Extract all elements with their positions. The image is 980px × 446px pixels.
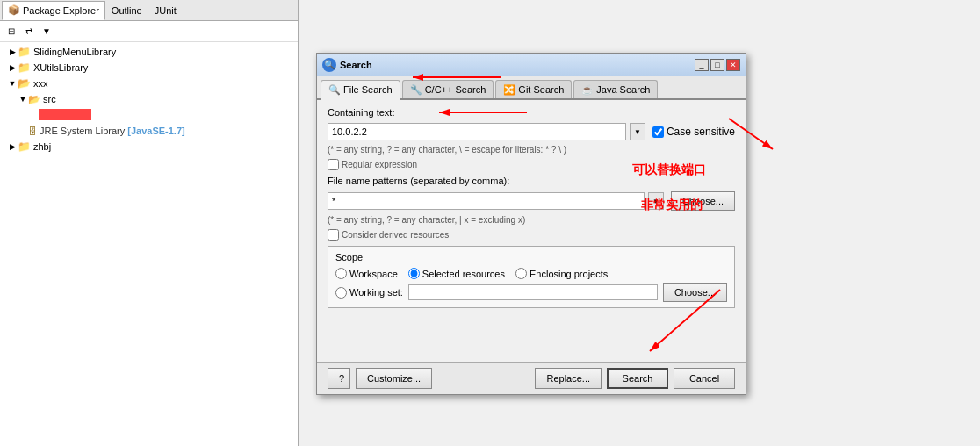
toggle-src[interactable]: ▼ bbox=[18, 95, 28, 104]
dialog-tabs: 🔍 File Search 🔧 C/C++ Search 🔀 Git Searc… bbox=[317, 76, 746, 100]
toggle-sliding[interactable]: ▶ bbox=[7, 47, 18, 56]
containing-text-label: Containing text: bbox=[328, 107, 735, 118]
regular-expression-label: Regular expression bbox=[342, 160, 417, 169]
toggle-xxx[interactable]: ▼ bbox=[7, 79, 18, 88]
tree-item-sliding[interactable]: ▶ 📁 SlidingMenuLibrary bbox=[0, 44, 298, 60]
tree-item-xxx[interactable]: ▼ 📂 xxx bbox=[0, 76, 298, 91]
tab-file-search[interactable]: 🔍 File Search bbox=[321, 80, 400, 100]
tab-git-search[interactable]: 🔀 Git Search bbox=[495, 80, 572, 98]
scope-enclosing-radio[interactable] bbox=[515, 268, 527, 279]
hint1: (* = any string, ? = any character, \ = … bbox=[328, 145, 735, 155]
java-search-icon: ☕ bbox=[581, 83, 594, 96]
working-set-input[interactable] bbox=[408, 284, 658, 300]
cpp-search-icon: 🔧 bbox=[410, 83, 422, 96]
footer-right: Replace... Search Cancel bbox=[535, 368, 735, 389]
regular-expression-checkbox[interactable] bbox=[328, 159, 339, 170]
link-with-editor-button[interactable]: ⇄ bbox=[21, 24, 37, 40]
tab-outline-label: Outline bbox=[112, 5, 142, 16]
tab-package-explorer-label: Package Explorer bbox=[23, 5, 99, 16]
hint2: (* = any string, ? = any character, | x … bbox=[328, 215, 735, 225]
right-space: 🔍 Search _ □ ✕ 🔍 File Search 🔧 C/C++ Sea… bbox=[299, 0, 980, 446]
scope-workspace[interactable]: Workspace bbox=[335, 268, 398, 279]
label-src: src bbox=[43, 94, 56, 104]
jar-icon: 🗄 bbox=[28, 126, 37, 136]
dialog-title: Search bbox=[340, 60, 372, 70]
tab-java-search-label: Java Search bbox=[596, 84, 650, 95]
tab-cpp-search[interactable]: 🔧 C/C++ Search bbox=[402, 80, 494, 98]
tree-item-jre[interactable]: 🗄 JRE System Library [JavaSE-1.7] bbox=[0, 123, 298, 139]
file-patterns-input[interactable] bbox=[328, 192, 645, 210]
collapse-all-button[interactable]: ⊟ bbox=[4, 24, 19, 40]
containing-text-dropdown[interactable]: ▼ bbox=[630, 123, 645, 140]
case-sensitive-label: Case sensitive bbox=[667, 126, 735, 138]
scope-enclosing[interactable]: Enclosing projects bbox=[515, 268, 608, 279]
folder-icon-xutils: 📁 bbox=[18, 61, 31, 74]
maximize-button[interactable]: □ bbox=[710, 59, 724, 71]
help-button[interactable]: ? bbox=[328, 368, 350, 389]
customize-button[interactable]: Customize... bbox=[356, 368, 432, 389]
package-explorer-icon: 📦 bbox=[8, 4, 20, 17]
tab-junit[interactable]: JUnit bbox=[148, 1, 183, 20]
containing-text-row: ▼ Case sensitive bbox=[328, 123, 735, 140]
scope-row: Workspace Selected resources Enclosing p… bbox=[335, 268, 727, 279]
left-panel: 📦 Package Explorer Outline JUnit ⊟ ⇄ ▼ ▶… bbox=[0, 0, 299, 446]
scope-title: Scope bbox=[335, 252, 727, 263]
panel-tabs: 📦 Package Explorer Outline JUnit bbox=[0, 0, 298, 21]
tree-item-xutils[interactable]: ▶ 📁 XUtilsLibrary bbox=[0, 60, 298, 76]
annotation-replace-port: 可以替换端口 bbox=[632, 162, 706, 178]
working-set-row: Working set: Choose... bbox=[335, 283, 727, 302]
label-sliding: SlidingMenuLibrary bbox=[33, 47, 116, 57]
label-xxx: xxx bbox=[33, 78, 48, 89]
tree-item-src[interactable]: ▼ 📂 src bbox=[0, 91, 298, 107]
folder-icon-zhbj: 📁 bbox=[18, 140, 31, 153]
search-button[interactable]: Search bbox=[607, 368, 668, 389]
git-search-icon: 🔀 bbox=[503, 83, 515, 96]
consider-derived-label: Consider derived resources bbox=[342, 230, 449, 240]
panel-toolbar: ⊟ ⇄ ▼ bbox=[0, 21, 298, 42]
case-sensitive-checkbox[interactable] bbox=[652, 126, 664, 138]
label-zhbj: zhbj bbox=[33, 141, 51, 152]
scope-selected-label: Selected resources bbox=[422, 269, 505, 279]
dialog-content: Containing text: ▼ Case sensitive (* = a… bbox=[317, 100, 746, 362]
scope-workspace-label: Workspace bbox=[349, 269, 398, 279]
replace-button[interactable]: Replace... bbox=[535, 368, 602, 389]
dialog-body: 🔍 File Search 🔧 C/C++ Search 🔀 Git Searc… bbox=[317, 76, 746, 394]
scope-selected-radio[interactable] bbox=[408, 268, 420, 279]
annotation-very-useful: 非常实用的 bbox=[641, 198, 703, 213]
dialog-footer: ? Customize... Replace... Search Cancel bbox=[317, 362, 746, 394]
scope-workspace-radio[interactable] bbox=[335, 268, 347, 279]
src-icon: 📂 bbox=[28, 94, 40, 105]
file-search-icon: 🔍 bbox=[328, 83, 341, 96]
close-button[interactable]: ✕ bbox=[726, 59, 740, 71]
cancel-button[interactable]: Cancel bbox=[674, 368, 735, 389]
scope-working-set[interactable]: Working set: bbox=[335, 287, 403, 299]
minimize-button[interactable]: _ bbox=[695, 59, 709, 71]
search-dialog-icon: 🔍 bbox=[322, 58, 336, 72]
containing-text-input[interactable] bbox=[328, 123, 626, 140]
tab-junit-label: JUnit bbox=[155, 5, 177, 16]
dialog-title-left: 🔍 Search bbox=[322, 58, 372, 72]
tab-cpp-search-label: C/C++ Search bbox=[425, 84, 486, 95]
folder-icon-sliding: 📁 bbox=[18, 46, 31, 58]
toggle-xutils[interactable]: ▶ bbox=[7, 63, 18, 72]
scope-working-set-radio[interactable] bbox=[335, 287, 347, 299]
toggle-zhbj[interactable]: ▶ bbox=[7, 142, 18, 151]
dialog-titlebar: 🔍 Search _ □ ✕ bbox=[317, 54, 746, 76]
tree-content: ▶ 📁 SlidingMenuLibrary ▶ 📁 XUtilsLibrary… bbox=[0, 42, 298, 446]
tab-file-search-label: File Search bbox=[343, 84, 393, 95]
scope-selected[interactable]: Selected resources bbox=[408, 268, 505, 279]
view-menu-button[interactable]: ▼ bbox=[39, 24, 54, 40]
label-jre: JRE System Library [JavaSE-1.7] bbox=[40, 126, 185, 136]
scope-box: Scope Workspace Selected resources En bbox=[328, 246, 735, 308]
choose-working-set-button[interactable]: Choose... bbox=[663, 283, 727, 302]
redbox-icon bbox=[39, 109, 91, 122]
tab-outline[interactable]: Outline bbox=[105, 1, 148, 20]
scope-working-set-label: Working set: bbox=[349, 287, 403, 298]
tab-git-search-label: Git Search bbox=[518, 84, 564, 95]
tree-item-zhbj[interactable]: ▶ 📁 zhbj bbox=[0, 139, 298, 155]
consider-derived-checkbox[interactable] bbox=[328, 229, 339, 241]
tab-package-explorer[interactable]: 📦 Package Explorer bbox=[2, 1, 105, 20]
dialog-controls: _ □ ✕ bbox=[695, 59, 740, 71]
tree-item-redbox[interactable] bbox=[0, 107, 298, 123]
tab-java-search[interactable]: ☕ Java Search bbox=[573, 80, 658, 98]
